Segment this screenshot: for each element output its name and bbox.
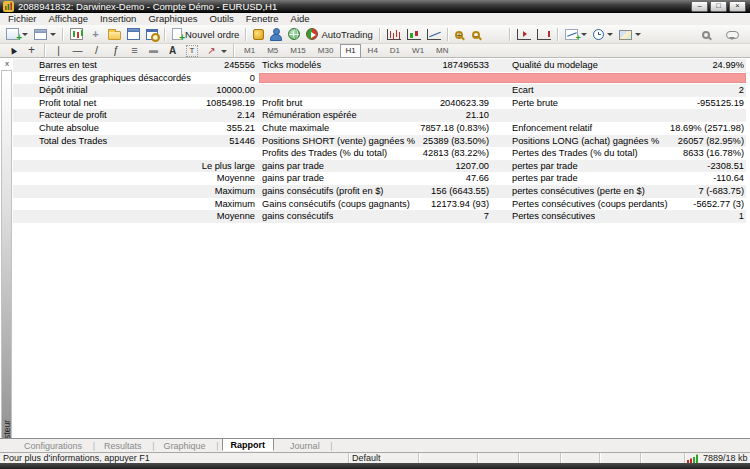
tf-d1[interactable]: D1: [385, 44, 405, 58]
market-watch-button[interactable]: [68, 26, 85, 42]
market-button[interactable]: [286, 26, 302, 42]
menu-graphiques[interactable]: Graphiques: [142, 13, 203, 25]
status-bar: Pour plus d'informations, appuyer F1 Def…: [0, 452, 750, 463]
report-cell-value: 47.66: [466, 172, 509, 185]
candlestick-chart-button[interactable]: [405, 26, 423, 42]
maximize-button[interactable]: □: [710, 2, 727, 12]
terminal-icon: [127, 28, 140, 40]
channel-button[interactable]: ≡: [126, 43, 143, 59]
toolbar-separator: [44, 44, 46, 57]
report-cell-value: 7857.18 (0.83%): [420, 122, 509, 135]
report-cell-label: Ticks modelés: [259, 59, 442, 72]
autotrading-button[interactable]: AutoTrading: [304, 26, 374, 42]
navigator-button[interactable]: [106, 26, 123, 42]
chart-shift-button[interactable]: [535, 26, 553, 42]
report-cell-value: 187496533: [442, 59, 509, 72]
report-cell-value: 10000.00: [216, 84, 259, 97]
trendline-icon: /: [90, 44, 103, 57]
chevron-down-icon: [50, 33, 56, 39]
navigator-icon: [108, 31, 121, 40]
fibonacci-icon: ƒ: [109, 44, 122, 57]
fibonacci-button[interactable]: ƒ: [107, 43, 124, 59]
tab-journal[interactable]: Journal: [284, 440, 326, 452]
menu-fenetre[interactable]: Fenetre: [240, 13, 285, 25]
report-row: Chute absolue355.21Chute maximale7857.18…: [13, 122, 746, 135]
text-button[interactable]: A: [164, 43, 181, 59]
menu-affichage[interactable]: Affichage: [43, 13, 94, 25]
app-icon: [3, 1, 14, 12]
title-bar: 2088941832: Darwinex-Demo - Compte Démo …: [0, 0, 750, 13]
tester-close-button[interactable]: x: [2, 59, 12, 69]
bar-chart-button[interactable]: [385, 26, 403, 42]
metaeditor-icon: [253, 29, 264, 40]
report-cell-label: pertes consécutives (perte en $): [509, 185, 699, 198]
menu-aide[interactable]: Aide: [285, 13, 316, 25]
auto-scroll-button[interactable]: [515, 26, 533, 42]
statusbar-cell: [560, 453, 599, 463]
tab-configurations[interactable]: Configurations: [18, 440, 88, 452]
label-button[interactable]: T: [183, 43, 201, 59]
vertical-line-button[interactable]: |: [50, 43, 67, 59]
community-button[interactable]: [268, 26, 284, 42]
cursor-button[interactable]: ▶: [4, 43, 21, 59]
report-cell-label: Profits des Trades (% du total): [259, 147, 423, 160]
periods-button[interactable]: [591, 26, 615, 42]
zoom-in-button[interactable]: [453, 26, 468, 42]
tab-resultats[interactable]: Resultats: [98, 440, 148, 452]
report-cell-value: -5652.77 (3): [693, 198, 746, 211]
shapes-button[interactable]: ▬: [145, 43, 162, 59]
chevron-down-icon: [607, 33, 613, 39]
report-row: MaximumGains consécutifs (coups gagnants…: [13, 198, 746, 211]
crosshair-button[interactable]: +: [23, 43, 40, 59]
arrows-button[interactable]: ↗: [203, 43, 229, 59]
report-row: Profits des Trades (% du total)42813 (83…: [13, 147, 746, 160]
strategy-tester-button[interactable]: [144, 26, 160, 42]
text-icon: A: [166, 44, 179, 57]
terminal-button[interactable]: [125, 26, 142, 42]
tf-m1[interactable]: M1: [239, 44, 260, 58]
tf-m5[interactable]: M5: [262, 44, 283, 58]
tf-m30[interactable]: M30: [313, 44, 339, 58]
tf-w1[interactable]: W1: [407, 44, 429, 58]
indicators-button[interactable]: [563, 26, 589, 42]
report-row: Le plus largegains par trade1207.00perte…: [13, 160, 746, 173]
tf-h4[interactable]: H4: [363, 44, 383, 58]
line-chart-button[interactable]: [425, 26, 443, 42]
new-chart-button[interactable]: [4, 26, 30, 42]
report-cell-label: Gains consécutifs (coups gagnants): [259, 198, 431, 211]
new-order-button[interactable]: Nouvel ordre: [170, 26, 241, 42]
report-cell-label: Chute absolue: [13, 122, 227, 135]
horizontal-line-button[interactable]: —: [69, 43, 86, 59]
report-cell-value: 42813 (83.22%): [423, 147, 509, 160]
menu-insertion[interactable]: Insertion: [94, 13, 142, 25]
report-cell-label: [259, 84, 489, 97]
profiles-button[interactable]: [32, 26, 58, 42]
zoom-out-button[interactable]: [470, 26, 485, 42]
tab-graphique[interactable]: Graphique: [158, 440, 212, 452]
search-button[interactable]: [700, 26, 715, 42]
report-cell-label: gains par trade: [259, 172, 466, 185]
toolbar-separator: [233, 44, 235, 57]
tf-m15[interactable]: M15: [285, 44, 311, 58]
tf-mn[interactable]: MN: [431, 44, 453, 58]
report-cell-value: [489, 84, 509, 97]
tab-rapport[interactable]: Rapport: [222, 438, 275, 451]
close-button[interactable]: ×: [729, 2, 746, 12]
trendline-button[interactable]: /: [88, 43, 105, 59]
menu-fichier[interactable]: Fichier: [2, 13, 43, 25]
menu-outils[interactable]: Outils: [204, 13, 240, 25]
tester-panel-handle[interactable]: Testeur: [1, 70, 12, 452]
tile-windows-icon: [489, 28, 503, 41]
minimize-button[interactable]: –: [691, 2, 708, 12]
report-cell-value: 21.10: [466, 109, 509, 122]
report-cell-label: Pertes consécutives: [509, 210, 739, 223]
chat-button[interactable]: [724, 26, 741, 42]
templates-button[interactable]: [617, 26, 643, 42]
market-icon: [288, 28, 300, 40]
metaeditor-button[interactable]: [251, 26, 266, 42]
tile-windows-button[interactable]: [487, 26, 505, 42]
tf-h1[interactable]: H1: [340, 44, 360, 58]
data-window-button[interactable]: +: [87, 26, 104, 42]
report-cell-label: Enfoncement relatif: [509, 122, 670, 135]
report-cell-value: Moyenne: [217, 172, 259, 185]
